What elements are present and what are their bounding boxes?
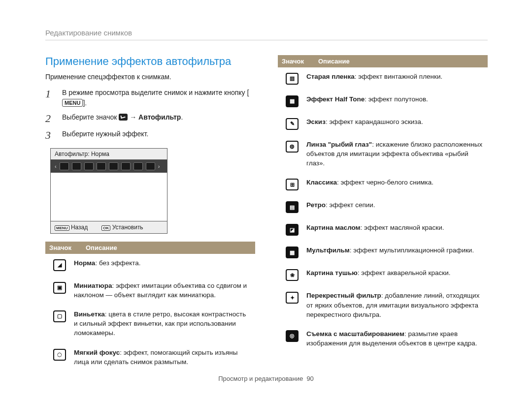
effect-name: Эскиз <box>306 118 326 125</box>
table-cell-desc: Ретро: эффект сепии. <box>306 200 488 213</box>
effect-desc: : эффект полутонов. <box>365 95 428 103</box>
camera-preview: Автофильтр: Норма ‹ › MENU Назад OK <box>50 148 167 234</box>
effect-desc: : эффект сепии. <box>326 201 375 209</box>
table-row: ▤Ретро: эффект сепии. <box>278 196 488 218</box>
filter-thumb[interactable] <box>109 162 118 170</box>
effect-name: Съемка с масштабированием <box>306 330 404 338</box>
effect-name: Картина маслом <box>306 224 361 231</box>
table-cell-desc: Перекрестный фильтр: добавление линий, о… <box>306 291 488 319</box>
table-cell-desc: Миниатюра: эффект имитации объектива со … <box>74 281 255 300</box>
table-row: ▥Старая пленка: эффект винтажной пленки. <box>278 67 488 90</box>
ok-icon: OK <box>101 225 110 231</box>
step-number: 3 <box>45 129 55 142</box>
effect-name: Ретро <box>306 201 326 209</box>
table-row: ◌Мягкий фокус: эффект, помогающий скрыть… <box>45 343 255 372</box>
sketch-icon: ✎ <box>286 118 299 130</box>
effect-name: Мягкий фокус <box>74 349 120 356</box>
footer-page: 90 <box>306 375 313 382</box>
step-text: Выберите нужный эффект. <box>62 129 148 142</box>
effect-name: Миниатюра <box>74 282 112 289</box>
step-number: 1 <box>45 88 55 108</box>
filter-thumb[interactable] <box>121 162 131 170</box>
effect-name: Линза "рыбий глаз" <box>306 141 372 148</box>
table-row: ◎Съемка с масштабированием: размытие кра… <box>278 325 488 353</box>
table-cell-desc: Мягкий фокус: эффект, помогающий скрыть … <box>74 348 255 367</box>
table-cell-desc: Линза "рыбий глаз": искажение близко рас… <box>306 140 488 168</box>
chevron-right-icon[interactable]: › <box>158 163 160 169</box>
effect-name: Перекрестный фильтр <box>306 292 381 299</box>
fisheye-icon: ◍ <box>286 141 299 153</box>
th-icon: Значок <box>45 242 82 254</box>
effect-name: Виньетка <box>74 310 105 318</box>
table-row: ▢Виньетка: цвета в стиле ретро, высокая … <box>45 305 255 343</box>
vignette-icon: ▢ <box>53 310 66 322</box>
table-header: Значок Описание <box>45 242 255 254</box>
filter-thumb[interactable] <box>72 162 81 170</box>
filter-thumb[interactable] <box>146 162 155 170</box>
inkpaint-icon: ❀ <box>286 269 299 281</box>
filter-thumb[interactable] <box>133 162 143 170</box>
retro-icon: ▤ <box>286 201 299 213</box>
table-row: ◢Норма: без эффекта. <box>45 254 255 277</box>
table-header: Значок Описание <box>278 55 488 67</box>
ok-label: Установить <box>112 224 143 231</box>
effect-desc: : эффект масляной краски. <box>361 224 444 231</box>
effect-desc: : эффект мультипликационной графики. <box>350 247 474 254</box>
effect-name: Эффект Half Tone <box>306 95 365 103</box>
effect-name: Классика <box>306 179 337 186</box>
table-row: ◍Линза "рыбий глаз": искажение близко ра… <box>278 135 488 173</box>
step-1: 1 В режиме просмотра выделите снимок и н… <box>45 88 255 108</box>
classic-icon: ⊞ <box>286 179 299 190</box>
subtitle: Применение спецэффектов к снимкам. <box>45 73 255 81</box>
effect-name: Мультфильм <box>306 247 350 254</box>
filter-thumb[interactable] <box>60 162 69 170</box>
softfocus-icon: ◌ <box>53 349 66 361</box>
effect-name: Старая пленка <box>306 73 355 80</box>
table-row: ▩Мультфильм: эффект мультипликационной г… <box>278 241 488 264</box>
table-row: ▦Эффект Half Tone: эффект полутонов. <box>278 90 488 113</box>
halftone-icon: ▦ <box>286 95 299 107</box>
filter-thumb[interactable] <box>97 162 106 170</box>
chevron-left-icon[interactable]: ‹ <box>55 163 57 169</box>
filter-thumb[interactable] <box>84 162 94 170</box>
breadcrumb: Редактирование снимков <box>45 29 488 40</box>
page-footer: Просмотр и редактирование 90 <box>0 375 532 382</box>
effect-desc: : эффект карандашного эскиза. <box>326 118 423 125</box>
effects-table-right: ▥Старая пленка: эффект винтажной пленки.… <box>278 67 488 353</box>
th-desc: Описание <box>82 242 255 254</box>
preview-filter-strip: ‹ › <box>51 160 167 173</box>
steps-list: 1 В режиме просмотра выделите снимок и н… <box>45 88 255 142</box>
cartoon-icon: ▩ <box>286 247 299 258</box>
effect-desc: : эффект винтажной пленки. <box>355 73 442 80</box>
table-cell-desc: Съемка с масштабированием: размытие крае… <box>306 329 488 348</box>
table-cell-desc: Эскиз: эффект карандашного эскиза. <box>306 117 488 130</box>
menu-icon: MENU <box>62 99 83 107</box>
miniature-icon: ▣ <box>53 282 66 294</box>
effect-desc: : эффект черно-белого снимка. <box>337 179 433 186</box>
table-row: ⊞Классика: эффект черно-белого снимка. <box>278 173 488 196</box>
preview-footer: MENU Назад OK Установить <box>51 221 167 233</box>
step-number: 2 <box>45 112 55 125</box>
effects-table-left: ◢Норма: без эффекта.▣Миниатюра: эффект и… <box>45 254 255 372</box>
crossfilter-icon: ✦ <box>286 292 299 304</box>
menu-icon: MENU <box>55 225 69 231</box>
step-text: Выберите значок <box>62 113 119 121</box>
effect-desc: : без эффекта. <box>95 259 140 267</box>
step-text: . <box>181 113 183 121</box>
step-2: 2 Выберите значок → Автофильтр. <box>45 112 255 125</box>
step-text: → <box>128 113 138 121</box>
table-cell-desc: Старая пленка: эффект винтажной пленки. <box>306 72 488 85</box>
back-label: Назад <box>71 224 88 231</box>
table-row: ✎Эскиз: эффект карандашного эскиза. <box>278 113 488 135</box>
table-cell-desc: Картина маслом: эффект масляной краски. <box>306 223 488 236</box>
table-cell-desc: Виньетка: цвета в стиле ретро, высокая к… <box>74 309 255 338</box>
oldfilm-icon: ▥ <box>286 73 299 85</box>
effect-desc: : эффект акварельной краски. <box>358 269 451 277</box>
table-cell-desc: Картина тушью: эффект акварельной краски… <box>306 268 488 281</box>
effect-name: Норма <box>74 259 95 267</box>
table-cell-desc: Мультфильм: эффект мультипликационной гр… <box>306 246 488 258</box>
th-desc: Описание <box>314 55 488 67</box>
table-cell-desc: Классика: эффект черно-белого снимка. <box>306 178 488 190</box>
norma-icon: ◢ <box>53 259 66 271</box>
table-cell-desc: Норма: без эффекта. <box>74 258 255 271</box>
